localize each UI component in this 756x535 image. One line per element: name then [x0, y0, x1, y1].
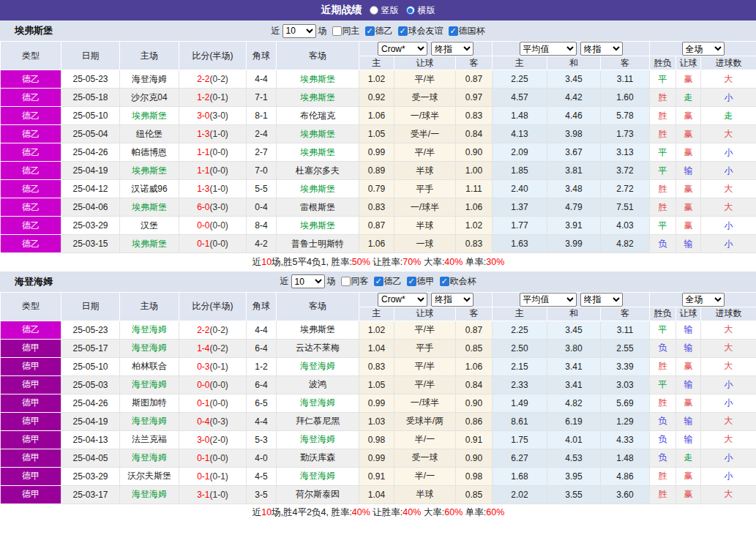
- column-header: 类型: [1, 292, 61, 321]
- games-label: 场: [318, 25, 327, 37]
- odds-group-header: 全场: [650, 292, 756, 307]
- radio-checked-icon[interactable]: [406, 6, 415, 15]
- corner-count: 2-7: [247, 143, 277, 162]
- league-checkbox-0[interactable]: 德乙: [371, 275, 402, 288]
- odds-source-select[interactable]: 终指: [431, 42, 474, 56]
- same-venue-checkbox[interactable]: 同客: [338, 275, 369, 288]
- sub-column-header: 进球数: [701, 56, 756, 70]
- crow-away-odds: 1.06: [456, 198, 493, 217]
- corner-count: 4-5: [247, 467, 277, 485]
- avg-home-odds: 1.63: [493, 235, 547, 253]
- layout-horizontal-option[interactable]: 横版: [406, 4, 435, 17]
- avg-home-odds: 4.13: [493, 125, 547, 143]
- league-badge: 德乙: [1, 143, 61, 162]
- sub-column-header: 胜负: [650, 307, 676, 321]
- checkbox-unchecked-icon[interactable]: [341, 277, 351, 286]
- odds-source-select[interactable]: Crow*: [378, 293, 427, 307]
- result-handicap: 赢: [676, 467, 701, 485]
- checkbox-checked-icon[interactable]: [440, 277, 449, 286]
- result-outcome: 负: [650, 449, 676, 467]
- league-badge: 德乙: [1, 235, 61, 253]
- avg-away-odds: 4.86: [601, 467, 650, 485]
- league-checkbox-1[interactable]: 德甲: [404, 275, 435, 288]
- odds-source-select[interactable]: 平均值: [520, 293, 577, 307]
- checkbox-checked-icon[interactable]: [374, 277, 383, 286]
- odds-source-select[interactable]: 全场: [682, 42, 725, 56]
- avg-draw-odds: 4.46: [547, 107, 601, 125]
- crow-home-odds: 0.92: [359, 89, 394, 107]
- away-team: 埃弗斯堡: [277, 180, 359, 198]
- result-handicap: 输: [676, 321, 701, 339]
- odds-select-group: 全场: [650, 42, 756, 56]
- league-checkbox-2[interactable]: 欧会杯: [437, 275, 476, 288]
- corner-count: 4-0: [247, 449, 277, 467]
- crow-home-odds: 0.99: [359, 143, 394, 162]
- odds-source-select[interactable]: Crow*: [378, 42, 427, 56]
- corner-count: 4-4: [247, 70, 277, 89]
- crow-home-odds: 1.06: [359, 235, 394, 253]
- match-date: 25-03-15: [61, 235, 120, 253]
- radio-unchecked-icon[interactable]: [370, 6, 378, 15]
- summary-segment: 40%: [444, 257, 463, 267]
- fulltime-score: 3-1: [197, 490, 209, 500]
- home-team-name: 埃弗斯堡: [132, 165, 167, 176]
- league-badge: 德甲: [1, 430, 61, 449]
- league-checkbox-0[interactable]: 德乙: [362, 25, 393, 37]
- fulltime-score: 1-1: [197, 165, 209, 176]
- odds-source-select[interactable]: 全场: [682, 293, 725, 307]
- checkbox-checked-icon[interactable]: [449, 26, 458, 36]
- crow-handicap: 平/半: [394, 321, 456, 339]
- avg-draw-odds: 3.67: [547, 143, 601, 162]
- match-count-select[interactable]: 10: [291, 274, 325, 288]
- avg-draw-odds: 6.19: [547, 412, 601, 430]
- odds-source-select[interactable]: 终指: [431, 293, 474, 307]
- match-date: 25-05-10: [61, 357, 120, 375]
- league-checkbox-1[interactable]: 球会友谊: [395, 25, 444, 37]
- avg-draw-odds: 3.41: [547, 357, 601, 375]
- same-venue-checkbox[interactable]: 同主: [329, 25, 360, 37]
- score-cell: 0-1(0-1): [179, 467, 247, 485]
- match-row: 德甲25-03-29沃尔夫斯堡0-1(0-1)4-5海登海姆0.91半/一0.9…: [1, 467, 756, 485]
- match-row: 德甲25-05-10柏林联合0-3(0-1)1-2海登海姆0.83平/半1.06…: [1, 357, 756, 375]
- crow-handicap: 半球: [394, 217, 456, 235]
- odds-source-select[interactable]: 终指: [580, 293, 623, 307]
- checkbox-checked-icon[interactable]: [365, 26, 375, 36]
- crow-away-odds: 0.83: [456, 235, 493, 253]
- result-outcome: 胜: [650, 357, 676, 375]
- checkbox-checked-icon[interactable]: [398, 26, 408, 36]
- result-goals: 大: [701, 357, 756, 375]
- column-header: 角球: [247, 292, 277, 321]
- checkbox-checked-icon[interactable]: [407, 277, 416, 286]
- match-row: 德乙25-05-10埃弗斯堡3-0(3-0)8-1布伦瑞克1.06一/球半0.8…: [1, 107, 756, 125]
- home-team-name: 埃弗斯堡: [132, 111, 167, 121]
- crow-home-odds: 1.02: [359, 70, 394, 89]
- sub-column-header: 主: [493, 56, 547, 70]
- match-count-select[interactable]: 10: [282, 24, 316, 38]
- league-checkbox-2[interactable]: 德国杯: [446, 25, 485, 37]
- avg-away-odds: 4.03: [601, 217, 650, 235]
- summary-segment: 场,胜5平4负1, 胜率:: [272, 257, 352, 267]
- corner-count: 0-4: [247, 198, 277, 217]
- sub-column-header: 主: [493, 307, 547, 321]
- layout-vertical-option[interactable]: 竖版: [370, 4, 399, 17]
- fulltime-score: 0-1: [197, 398, 209, 408]
- away-team-name: 海登海姆: [300, 361, 335, 371]
- checkbox-unchecked-icon[interactable]: [332, 26, 342, 36]
- league-checkbox-1-label: 球会友谊: [408, 25, 444, 37]
- away-team-name: 雷根斯堡: [300, 202, 335, 212]
- home-team-name: 沃尔夫斯堡: [127, 471, 171, 481]
- home-team-name: 海登海姆: [132, 343, 167, 353]
- result-outcome: 平: [650, 143, 676, 162]
- odds-source-select[interactable]: 终指: [580, 42, 623, 56]
- avg-away-odds: 5.69: [601, 394, 650, 412]
- odds-select-group: Crow*终指: [359, 42, 492, 56]
- team-name: 海登海姆: [15, 275, 53, 288]
- corner-count: 6-4: [247, 339, 277, 357]
- away-team-name: 埃弗斯堡: [300, 147, 335, 157]
- odds-source-select[interactable]: 平均值: [520, 42, 577, 56]
- result-outcome: 胜: [650, 180, 676, 198]
- crow-away-odds: 0.87: [456, 321, 493, 339]
- avg-draw-odds: 3.98: [547, 125, 601, 143]
- home-team-name: 海登海姆: [132, 416, 167, 426]
- same-venue-checkbox-label: 同主: [343, 25, 360, 37]
